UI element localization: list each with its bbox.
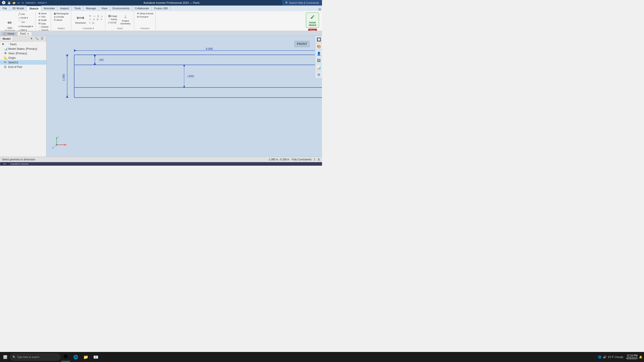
- stretch-button[interactable]: ↔ Stretch: [38, 29, 49, 31]
- project-geometry-button[interactable]: ⟂ ProjectGeometry: [118, 13, 133, 26]
- tab-3dmodel[interactable]: 3D Model: [10, 6, 27, 11]
- search-help-bar[interactable]: 🔍 Search Help & Commands: [282, 0, 322, 6]
- move-button[interactable]: ✥ Move: [38, 12, 49, 15]
- constrain-9-button[interactable]: ≈: [89, 21, 91, 24]
- page-number: 1: [314, 158, 315, 161]
- acad-button[interactable]: A ACAD: [107, 21, 118, 24]
- show-format-button[interactable]: 👁 Show Format: [136, 12, 154, 15]
- right-tool-6[interactable]: ⚙: [315, 71, 322, 78]
- quick-access-open[interactable]: 📂: [13, 2, 16, 4]
- right-tool-2[interactable]: 🎨: [315, 43, 322, 50]
- constrain-10-button[interactable]: |=: [92, 21, 95, 24]
- c6-icon: ≡: [93, 18, 95, 21]
- title-bar-left: 🅐 💾 📂 ↩ ↪ Material ▾ Default ▾: [2, 1, 47, 5]
- constrain-4-button[interactable]: ⊥: [100, 15, 104, 18]
- tab-fusion360[interactable]: Fusion 360: [152, 6, 171, 11]
- tab-view[interactable]: View: [99, 6, 110, 11]
- extend-icon: →: [38, 26, 41, 28]
- quick-access-save[interactable]: 💾: [8, 2, 11, 4]
- constrain-6-button[interactable]: ≡: [93, 18, 95, 21]
- stretch-icon: ↔: [38, 29, 41, 31]
- tab-tools[interactable]: Tools: [72, 6, 84, 11]
- constrain-2-button[interactable]: —: [93, 15, 96, 18]
- extend-button[interactable]: → Extend: [38, 25, 49, 28]
- ribbon-expand-icon[interactable]: ⊞: [318, 8, 321, 11]
- search-tree-button[interactable]: 🔍: [34, 36, 39, 41]
- model-tab-bar: Model ✕ 🔍 ☰: [0, 36, 46, 41]
- model-tab-model[interactable]: Model: [1, 37, 12, 41]
- right-tool-panel: 🔲 🎨 👤 🖼 📊 ⚙: [315, 36, 322, 78]
- circle-button[interactable]: ○ Circle▾: [18, 16, 34, 20]
- image-button[interactable]: 🖼 Image: [107, 15, 118, 18]
- default-selector[interactable]: Default ▾: [38, 2, 47, 4]
- format-button[interactable]: ⚙ Format ▾: [136, 15, 154, 18]
- mirror-button[interactable]: ⫚ Mirror: [53, 19, 70, 22]
- tree-item-view[interactable]: 👁 View: [Primary]: [0, 51, 46, 56]
- tab-environments[interactable]: Environments: [110, 6, 132, 11]
- tree-item-end-of-part[interactable]: ⊡ End of Part: [0, 65, 46, 69]
- tab-sketch[interactable]: Sketch: [27, 6, 41, 11]
- image-icon: 🖼: [108, 15, 110, 17]
- svg-text:.250: .250: [99, 59, 104, 61]
- right-tool-3[interactable]: 👤: [315, 50, 322, 57]
- right-tool-1[interactable]: 🔲: [315, 36, 322, 43]
- scale-icon: ⊞: [38, 19, 41, 21]
- tab-collaborate[interactable]: Collaborate: [132, 6, 152, 11]
- copy-button[interactable]: ⧉ Copy: [38, 22, 49, 25]
- part1-icon: 📄: [6, 43, 9, 46]
- trim-button[interactable]: ✂ Trim: [38, 15, 49, 18]
- circular-pattern-button[interactable]: ◎ Circular: [53, 15, 70, 18]
- dimension-button[interactable]: ⟺ Dimension: [73, 14, 88, 25]
- svg-text:1.000: 1.000: [62, 74, 65, 81]
- move-icon: ✥: [38, 12, 41, 15]
- line-button[interactable]: ╱ Line: [18, 12, 34, 16]
- exit-button[interactable]: Exit: [308, 29, 317, 31]
- status-bar-settings-icon[interactable]: ☰: [318, 158, 320, 161]
- material-selector[interactable]: Material ▾: [26, 2, 36, 4]
- main-layout: Model ✕ 🔍 ☰ ▼ 📄 Part1 📊 Model States: [P…: [0, 36, 322, 157]
- close-panel-icon[interactable]: ✕: [30, 37, 32, 40]
- doc-tab-close-icon[interactable]: ✕: [27, 33, 29, 35]
- doc-tab-home[interactable]: 🏠 Home: [1, 32, 17, 36]
- tab-annotate[interactable]: Annotate: [41, 6, 58, 11]
- svg-text:Z: Z: [52, 147, 54, 149]
- tree-item-sketch1[interactable]: ✏ Sketch1: [0, 60, 46, 65]
- end-of-part-icon: ⊡: [4, 65, 8, 69]
- tab-file[interactable]: File: [0, 6, 10, 11]
- model-toolbar: 🔍 ☰: [33, 36, 45, 41]
- tab-inspect[interactable]: Inspect: [58, 6, 72, 11]
- tab-manage[interactable]: Manage: [84, 6, 99, 11]
- constrain-7-button[interactable]: ⊙: [96, 18, 99, 21]
- format-items: 👁 Show Format ⚙ Format ▾: [136, 12, 154, 27]
- create-items: ✏ Start2D Sketch ╱ Line ○ Circle▾ ⌒ Arc: [3, 12, 34, 31]
- scale-button[interactable]: ⊞ Scale: [38, 19, 49, 22]
- tree-item-model-states[interactable]: 📊 Model States: [Primary]: [0, 47, 46, 51]
- quick-access-redo[interactable]: ↪: [22, 2, 24, 4]
- arc-button[interactable]: ⌒ Arc: [18, 20, 34, 24]
- c4-icon: ⊥: [101, 15, 103, 17]
- constrain-3-button[interactable]: ∥: [97, 15, 100, 18]
- tree-menu-button[interactable]: ☰: [40, 36, 44, 41]
- right-tool-5[interactable]: 📊: [315, 64, 322, 71]
- quick-access-undo[interactable]: ↩: [18, 2, 20, 4]
- rectangular-button[interactable]: ▦ Rectangular: [53, 12, 70, 15]
- start-2d-sketch-button[interactable]: ✏ Start2D Sketch: [3, 19, 17, 31]
- tree-item-part1[interactable]: ▼ 📄 Part1: [0, 42, 46, 47]
- right-tool-4[interactable]: 🖼: [315, 57, 322, 64]
- constrain-5-button[interactable]: ✓: [89, 18, 92, 21]
- constrain-1-button[interactable]: ⊢: [89, 15, 92, 18]
- finish-sketch-button[interactable]: ✓ Finish Sketch: [306, 13, 319, 28]
- points-button[interactable]: ⋮ Points: [107, 18, 118, 21]
- finish-sketch-check-icon: ✓: [310, 14, 315, 21]
- rectangle-button[interactable]: ▭ Rectangle▾: [18, 24, 34, 28]
- canvas-area[interactable]: 6.000 1.000 .250 (.500): [47, 36, 322, 157]
- acad-icon: A: [108, 21, 110, 24]
- c10-icon: |=: [93, 22, 95, 24]
- doc-tab-part1[interactable]: Part1 ✕: [17, 32, 32, 36]
- tree-item-origin[interactable]: 📐 Origin: [0, 56, 46, 60]
- c7-icon: ⊙: [97, 18, 99, 21]
- sketch1-icon: ✏: [4, 61, 8, 64]
- constrain-8-button[interactable]: ⌖: [100, 18, 103, 21]
- fillet-button[interactable]: ⌐ Fillet▾: [18, 28, 34, 31]
- mirror-icon: ⫚: [54, 19, 56, 21]
